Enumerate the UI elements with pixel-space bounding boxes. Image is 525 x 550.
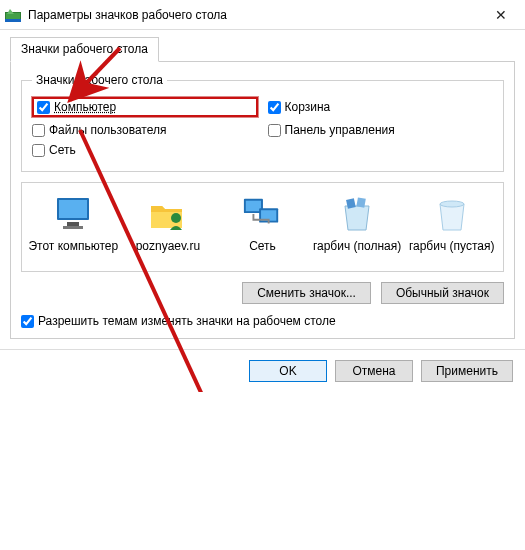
checkbox-computer-label: Компьютер (54, 100, 116, 114)
preview-recycle-empty[interactable]: гарбич (пустая) (407, 195, 497, 253)
checkbox-allow-themes-input[interactable] (21, 315, 34, 328)
window-title: Параметры значков рабочего стола (28, 8, 481, 22)
checkbox-recyclebin[interactable]: Корзина (268, 97, 494, 117)
preview-this-pc[interactable]: Этот компьютер (28, 195, 118, 253)
checkbox-network-input[interactable] (32, 144, 45, 157)
dialog-footer: OK Отмена Применить (0, 349, 525, 392)
preview-label: poznyaev.ru (136, 239, 200, 253)
app-icon (4, 6, 22, 24)
preview-network[interactable]: Сеть (217, 195, 307, 253)
titlebar: Параметры значков рабочего стола ✕ (0, 0, 525, 30)
checkbox-controlpanel[interactable]: Панель управления (268, 123, 494, 137)
checkbox-userfiles-input[interactable] (32, 124, 45, 137)
checkbox-allow-themes-label: Разрешить темам изменять значки на рабоч… (38, 314, 336, 328)
close-button[interactable]: ✕ (481, 7, 521, 23)
svg-point-8 (171, 213, 181, 223)
user-folder-icon (148, 195, 188, 235)
group-title: Значки рабочего стола (32, 73, 167, 87)
checkbox-recyclebin-label: Корзина (285, 100, 331, 114)
checkbox-controlpanel-input[interactable] (268, 124, 281, 137)
cancel-button[interactable]: Отмена (335, 360, 413, 382)
svg-rect-6 (67, 222, 79, 226)
preview-label: гарбич (пустая) (409, 239, 495, 253)
svg-marker-2 (7, 9, 14, 14)
checkbox-recyclebin-input[interactable] (268, 101, 281, 114)
checkbox-computer[interactable]: Компьютер (32, 97, 258, 117)
checkbox-allow-themes[interactable]: Разрешить темам изменять значки на рабоч… (21, 314, 504, 328)
apply-button[interactable]: Применить (421, 360, 513, 382)
preview-label: Этот компьютер (28, 239, 118, 253)
tab-desktop-icons[interactable]: Значки рабочего стола (10, 37, 159, 62)
recycle-empty-icon (432, 195, 472, 235)
svg-point-15 (440, 201, 464, 207)
checkbox-userfiles-label: Файлы пользователя (49, 123, 166, 137)
tabstrip: Значки рабочего стола (10, 36, 515, 62)
checkbox-network[interactable]: Сеть (32, 143, 258, 157)
preview-recycle-full[interactable]: гарбич (полная) (312, 195, 402, 253)
preview-label: Сеть (249, 239, 276, 253)
svg-rect-14 (356, 197, 365, 207)
checkbox-network-label: Сеть (49, 143, 76, 157)
preview-userfolder[interactable]: poznyaev.ru (123, 195, 213, 253)
checkbox-computer-input[interactable] (37, 101, 50, 114)
preview-label: гарбич (полная) (313, 239, 401, 253)
svg-rect-3 (5, 19, 21, 22)
checkbox-userfiles[interactable]: Файлы пользователя (32, 123, 258, 137)
network-icon (242, 195, 282, 235)
svg-rect-5 (59, 200, 87, 218)
tab-panel: Значки рабочего стола Компьютер Корзина … (10, 61, 515, 339)
icon-preview-list: Этот компьютер poznyaev.ru (21, 182, 504, 272)
change-icon-button[interactable]: Сменить значок... (242, 282, 371, 304)
svg-rect-7 (63, 226, 83, 229)
recycle-full-icon (337, 195, 377, 235)
ok-button[interactable]: OK (249, 360, 327, 382)
checkbox-controlpanel-label: Панель управления (285, 123, 395, 137)
monitor-icon (53, 195, 93, 235)
default-icon-button[interactable]: Обычный значок (381, 282, 504, 304)
group-desktop-icons: Значки рабочего стола Компьютер Корзина … (21, 73, 504, 172)
svg-rect-10 (246, 201, 261, 211)
